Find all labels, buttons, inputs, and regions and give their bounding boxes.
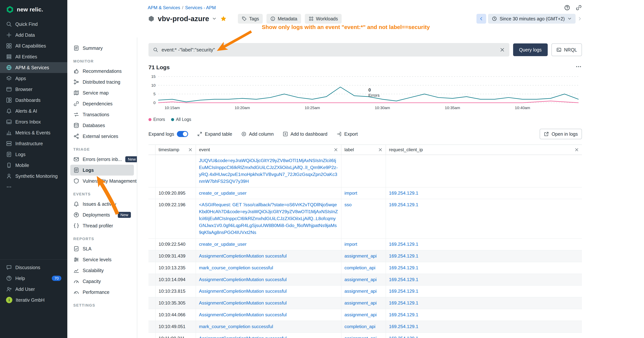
breadcrumb-apm-services[interactable]: APM & Services — [148, 5, 180, 10]
remove-request-client-ip-column-icon[interactable] — [574, 147, 579, 152]
label-link[interactable]: completion_api — [344, 265, 375, 270]
sidebar-footer-help[interactable]: Help70 — [0, 273, 67, 284]
subnav-item-deployments[interactable]: DeploymentsNew — [70, 209, 134, 220]
ip-link[interactable]: 169.254.129.1 — [389, 336, 418, 338]
log-row[interactable]: 10:10:14.094AssignmentCompletionMutation… — [148, 274, 582, 286]
event-link[interactable]: AssignmentCompletionMutation successful — [199, 312, 287, 317]
log-row[interactable]: 10:10:49.051mark_course_completion succe… — [148, 321, 582, 333]
ip-link[interactable]: 169.254.129.1 — [389, 242, 418, 247]
event-link[interactable]: mark_course_completion successful — [199, 265, 273, 270]
nrql-button[interactable]: NRQL — [552, 44, 582, 56]
logs-query-input[interactable]: event:* -"label":"security" — [148, 43, 509, 57]
ip-link[interactable]: 169.254.129.1 — [389, 312, 418, 317]
column-header-event[interactable]: event — [196, 145, 341, 155]
label-link[interactable]: assignment_api — [344, 336, 376, 338]
sidebar-footer-iterativ-gmbh[interactable]: iIterativ GmbH — [0, 294, 67, 305]
ip-link[interactable]: 169.254.129.1 — [389, 202, 418, 207]
label-link[interactable]: import — [344, 191, 357, 196]
sidebar-item-mobile[interactable]: Mobile — [0, 160, 67, 171]
subnav-item-service-levels[interactable]: Service levels — [70, 254, 134, 265]
subnav-item-sla[interactable]: SLA — [70, 243, 134, 254]
subnav-item-service-map[interactable]: Service map — [70, 87, 134, 98]
subnav-item-scalability[interactable]: Scalability — [70, 265, 134, 276]
subnav-item-errors-errors-inb[interactable]: Errors (errors inb...New — [70, 154, 134, 165]
log-row[interactable]: 10:11:00.311AssignmentCompletionMutation… — [148, 333, 582, 338]
sidebar-item-apps[interactable]: Apps — [0, 73, 67, 84]
event-link[interactable]: JUQVU&code=eyJraWQiOiJjcGltY29yZV8wOTl1M… — [199, 158, 338, 184]
subnav-item-thread-profiler[interactable]: Thread profiler — [70, 220, 134, 231]
label-link[interactable]: assignment_api — [344, 289, 376, 294]
sidebar-item-metrics-events[interactable]: Metrics & Events — [0, 127, 67, 138]
ip-link[interactable]: 169.254.129.1 — [389, 300, 418, 305]
log-row[interactable]: 10:09:31.439AssignmentCompletionMutation… — [148, 250, 582, 262]
column-header-request-client-ip[interactable]: request_client_ip — [386, 145, 582, 155]
sidebar-item-quick-find[interactable]: Quick Find — [0, 19, 67, 30]
log-row[interactable]: 10:09:22.540create_or_update_userimport1… — [148, 239, 582, 250]
sidebar-footer-discussions[interactable]: Discussions — [0, 262, 67, 273]
breadcrumb-services-apm[interactable]: Services - APM — [185, 5, 216, 10]
subnav-item-recommendations[interactable]: Recommendations — [70, 66, 134, 77]
time-forward-button[interactable] — [578, 17, 582, 21]
subnav-item-vulnerability-management[interactable]: Vulnerability Management — [70, 176, 134, 186]
ip-link[interactable]: 169.254.129.1 — [389, 265, 418, 270]
label-link[interactable]: assignment_api — [344, 300, 376, 305]
workloads-button[interactable]: Workloads — [305, 14, 342, 24]
ip-link[interactable]: 169.254.129.1 — [389, 277, 418, 282]
event-link[interactable]: AssignmentCompletionMutation successful — [199, 289, 287, 294]
subnav-item-transactions[interactable]: Transactions — [70, 109, 134, 120]
remove-event-column-icon[interactable] — [334, 147, 338, 152]
label-link[interactable]: assignment_api — [344, 312, 376, 317]
event-link[interactable]: <ASGIRequest: GET '/sso/callback/?state=… — [199, 202, 338, 235]
sidebar-item-synthetic-monitoring[interactable]: Synthetic Monitoring — [0, 171, 67, 182]
sidebar-item-add-data[interactable]: Add Data — [0, 30, 67, 41]
event-link[interactable]: AssignmentCompletionMutation successful — [199, 300, 287, 305]
subnav-item-summary[interactable]: Summary — [70, 43, 134, 54]
log-row[interactable]: 10:10:35.305AssignmentCompletionMutation… — [148, 297, 582, 309]
log-row[interactable]: 10:10:23.815AssignmentCompletionMutation… — [148, 286, 582, 297]
log-row[interactable]: 10:10:13.235mark_course_completion succe… — [148, 262, 582, 274]
export-button[interactable]: Export — [336, 131, 358, 137]
event-link[interactable]: create_or_update_user — [199, 191, 246, 196]
event-link[interactable]: AssignmentCompletionMutation successful — [199, 277, 287, 282]
query-logs-button[interactable]: Query logs — [513, 44, 548, 56]
new-relic-logo[interactable]: new relic. — [0, 0, 67, 19]
event-link[interactable]: mark_course_completion successful — [199, 324, 273, 329]
metadata-button[interactable]: Metadata — [266, 14, 301, 24]
log-row[interactable]: 10:09:22.196<ASGIRequest: GET '/sso/call… — [148, 199, 582, 238]
legend-errors[interactable]: Errors — [148, 117, 165, 122]
remove-label-column-icon[interactable] — [378, 147, 382, 152]
remove-timestamp-column-icon[interactable] — [188, 147, 192, 152]
sidebar-footer-add-user[interactable]: Add User — [0, 284, 67, 294]
label-link[interactable]: import — [344, 242, 357, 247]
subnav-item-databases[interactable]: Databases — [70, 120, 134, 131]
subnav-item-performance[interactable]: Performance — [70, 287, 134, 297]
clear-query-icon[interactable] — [500, 47, 505, 52]
help-circle-icon[interactable] — [564, 5, 570, 11]
subnav-item-distributed-tracing[interactable]: Distributed tracing — [70, 77, 134, 87]
log-row[interactable]: JUQVU&code=eyJraWQiOiJjcGltY29yZV8wOTl1M… — [148, 155, 582, 188]
entity-dropdown-chevron-icon[interactable] — [212, 17, 216, 21]
copy-permalink-icon[interactable] — [576, 5, 582, 11]
sidebar-item-errors-inbox[interactable]: Errors Inbox — [0, 116, 67, 127]
add-to-dashboard-button[interactable]: Add to dashboard — [283, 131, 328, 137]
tags-button[interactable]: Tags — [238, 14, 263, 24]
sidebar-item-all-entities[interactable]: All Entities — [0, 51, 67, 62]
column-header-label[interactable]: label — [341, 145, 386, 155]
log-row[interactable]: 10:09:20.895create_or_update_userimport1… — [148, 188, 582, 199]
label-link[interactable]: completion_api — [344, 324, 375, 329]
sidebar-item-all-capabilities[interactable]: All Capabilities — [0, 41, 67, 51]
column-header-timestamp[interactable]: timestamp — [155, 145, 196, 155]
log-row[interactable]: 10:10:44.066AssignmentCompletionMutation… — [148, 309, 582, 321]
add-column-button[interactable]: Add column — [241, 131, 274, 137]
subnav-item-logs[interactable]: Logs — [70, 165, 134, 176]
ip-link[interactable]: 169.254.129.1 — [389, 253, 418, 258]
event-link[interactable]: AssignmentCompletionMutation successful — [199, 336, 287, 338]
ip-link[interactable]: 169.254.129.1 — [389, 324, 418, 329]
event-link[interactable]: AssignmentCompletionMutation successful — [199, 253, 287, 258]
sidebar-item-item[interactable] — [0, 182, 67, 192]
label-link[interactable]: sso — [344, 202, 352, 207]
sidebar-item-apm-services[interactable]: APM & Services — [0, 62, 67, 73]
open-in-logs-button[interactable]: Open in logs — [540, 129, 582, 139]
expand-logs-toggle[interactable] — [177, 131, 188, 137]
label-link[interactable]: assignment_api — [344, 253, 376, 258]
